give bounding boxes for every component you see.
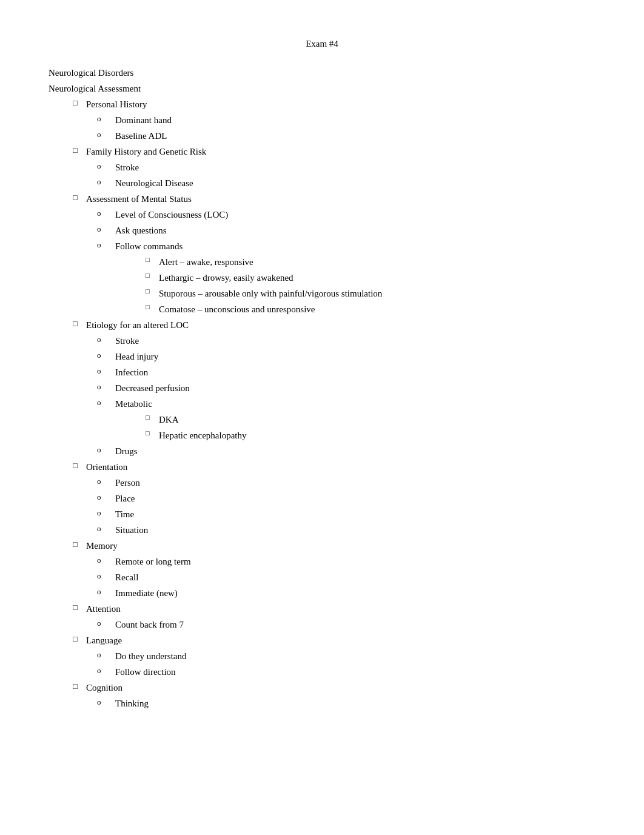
item-text: Count back from 7 — [115, 617, 595, 632]
bullet-o: o — [97, 365, 115, 378]
bullet-o: o — [97, 554, 115, 567]
item-text: Head injury — [115, 349, 595, 364]
item-label: Etiology for an altered LOC — [86, 318, 595, 332]
item-text: Person — [115, 475, 595, 490]
bullet-o: o — [97, 129, 115, 141]
item-text: Level of Consciousness (LOC) — [115, 207, 595, 222]
list-item: o Thinking — [97, 696, 595, 711]
item-text: Alert – awake, responsive — [159, 255, 595, 269]
item-text: Remote or long term — [115, 554, 595, 569]
item-text: Follow direction — [115, 665, 595, 679]
item-text: DKA — [159, 412, 595, 427]
list-item: o Decreased perfusion — [97, 381, 595, 395]
item-label: Personal History — [86, 97, 595, 112]
list-item-personal-history: □ Personal History — [73, 97, 595, 112]
item-text: Baseline ADL — [115, 129, 595, 143]
item-text: Lethargic – drowsy, easily awakened — [159, 270, 595, 285]
bullet-o: o — [97, 223, 115, 236]
bullet-o: o — [97, 617, 115, 630]
list-item: o Immediate (new) — [97, 586, 595, 600]
heading-neurological-assessment: Neurological Assessment — [49, 81, 595, 96]
bullet-square: □ — [146, 255, 159, 266]
item-text: Thinking — [115, 696, 595, 711]
list-item-etiology: □ Etiology for an altered LOC — [73, 318, 595, 332]
list-item: □ Stuporous – arousable only with painfu… — [146, 286, 595, 301]
bullet-o: o — [97, 349, 115, 362]
item-label: Family History and Genetic Risk — [86, 144, 595, 159]
item-text: Recall — [115, 570, 595, 585]
list-item: □ Alert – awake, responsive — [146, 255, 595, 269]
item-text: Do they understand — [115, 649, 595, 663]
item-text: Follow commands — [115, 239, 595, 253]
bullet-o: o — [97, 523, 115, 535]
item-label: Cognition — [86, 680, 595, 695]
list-item: o Ask questions — [97, 223, 595, 238]
bullet-square: □ — [146, 286, 159, 297]
bullet-icon: □ — [73, 318, 86, 330]
bullet-icon: □ — [73, 538, 86, 551]
list-item-language: □ Language — [73, 633, 595, 648]
list-item: o Person — [97, 475, 595, 490]
list-item: o Stroke — [97, 160, 595, 175]
list-item: o Drugs — [97, 444, 595, 458]
list-item: □ DKA — [146, 412, 595, 427]
list-item: o Follow commands — [97, 239, 595, 253]
item-label: Orientation — [86, 460, 595, 474]
item-text: Dominant hand — [115, 113, 595, 127]
list-item: □ Hepatic encephalopathy — [146, 428, 595, 443]
list-item: o Metabolic — [97, 397, 595, 411]
list-item-mental-status: □ Assessment of Mental Status — [73, 192, 595, 206]
item-text: Comatose – unconscious and unresponsive — [159, 302, 595, 317]
list-item: o Level of Consciousness (LOC) — [97, 207, 595, 222]
item-label: Assessment of Mental Status — [86, 192, 595, 206]
item-text: Metabolic — [115, 397, 595, 411]
bullet-o: o — [97, 113, 115, 126]
list-item: o Situation — [97, 523, 595, 537]
bullet-o: o — [97, 696, 115, 709]
bullet-o: o — [97, 239, 115, 252]
bullet-o: o — [97, 176, 115, 189]
list-item: o Remote or long term — [97, 554, 595, 569]
list-item: o Stroke — [97, 334, 595, 348]
bullet-o: o — [97, 665, 115, 677]
bullet-o: o — [97, 444, 115, 457]
list-item: o Place — [97, 491, 595, 506]
bullet-icon: □ — [73, 602, 86, 614]
bullet-icon: □ — [73, 680, 86, 693]
bullet-o: o — [97, 381, 115, 394]
list-item: o Baseline ADL — [97, 129, 595, 143]
item-text: Immediate (new) — [115, 586, 595, 600]
list-item-attention: □ Attention — [73, 602, 595, 616]
list-item-family-history: □ Family History and Genetic Risk — [73, 144, 595, 159]
item-label: Memory — [86, 538, 595, 553]
page-title: Exam #4 — [49, 36, 595, 51]
bullet-o: o — [97, 570, 115, 583]
list-item: □ Lethargic – drowsy, easily awakened — [146, 270, 595, 285]
list-item: o Head injury — [97, 349, 595, 364]
bullet-square: □ — [146, 302, 159, 313]
item-text: Time — [115, 507, 595, 521]
bullet-square: □ — [146, 412, 159, 423]
item-text: Stuporous – arousable only with painful/… — [159, 286, 595, 301]
list-item: o Follow direction — [97, 665, 595, 679]
list-item-orientation: □ Orientation — [73, 460, 595, 474]
item-label: Attention — [86, 602, 595, 616]
bullet-o: o — [97, 586, 115, 599]
list-item: □ Comatose – unconscious and unresponsiv… — [146, 302, 595, 317]
bullet-icon: □ — [73, 460, 86, 472]
item-text: Stroke — [115, 160, 595, 175]
list-item: o Recall — [97, 570, 595, 585]
bullet-icon: □ — [73, 192, 86, 204]
bullet-o: o — [97, 475, 115, 488]
item-text: Hepatic encephalopathy — [159, 428, 595, 443]
list-item: o Count back from 7 — [97, 617, 595, 632]
list-item-memory: □ Memory — [73, 538, 595, 553]
bullet-o: o — [97, 397, 115, 409]
bullet-o: o — [97, 160, 115, 173]
bullet-icon: □ — [73, 633, 86, 646]
list-item: o Time — [97, 507, 595, 521]
item-label: Language — [86, 633, 595, 648]
item-text: Place — [115, 491, 595, 506]
item-text: Situation — [115, 523, 595, 537]
list-item: o Dominant hand — [97, 113, 595, 127]
